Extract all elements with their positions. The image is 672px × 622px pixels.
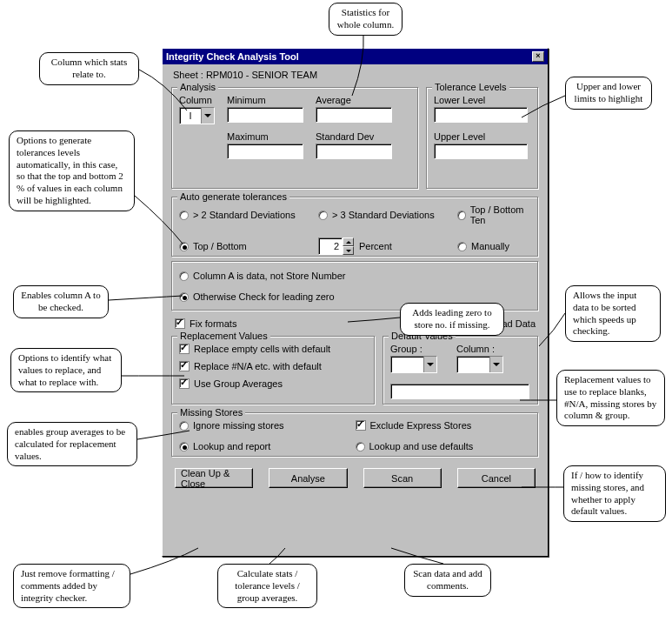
sheet-label: Sheet : RPM010 - SENIOR TEAM bbox=[173, 70, 539, 80]
cleanup-button[interactable]: Clean Up & Close bbox=[175, 468, 253, 488]
group-analysis: Analysis Column I Minimum Maximum bbox=[171, 87, 419, 190]
column-value: I bbox=[180, 108, 201, 124]
radio-colA-data-label: Column A is data, not Store Number bbox=[193, 271, 345, 281]
label-column: Column bbox=[179, 95, 215, 105]
combo-arrow-icon[interactable] bbox=[201, 108, 214, 124]
label-lower: Lower Level bbox=[434, 95, 531, 105]
topbottom-unit: Percent bbox=[359, 241, 392, 251]
maximum-field[interactable] bbox=[227, 144, 303, 159]
group-title-autogen: Auto generate tolerances bbox=[177, 191, 289, 202]
radio-lookup-report[interactable]: Lookup and report bbox=[179, 441, 356, 451]
radio-topten[interactable]: Top / Bottom Ten bbox=[457, 204, 531, 225]
radio-ignore-missing[interactable]: Ignore missing stores bbox=[179, 420, 356, 431]
callout-sort: Allows the input data to be sorted which… bbox=[565, 285, 661, 342]
radio-lookup-defaults[interactable]: Lookup and use defaults bbox=[356, 441, 532, 451]
group-title-tolerance: Tolerance Levels bbox=[432, 82, 509, 92]
default-value-field[interactable] bbox=[390, 384, 529, 399]
group-defaults: Default Values Group : Column : bbox=[383, 336, 539, 405]
check-replace-na[interactable]: Replace #N/A etc. with default bbox=[179, 361, 368, 371]
minimum-field[interactable] bbox=[227, 107, 303, 123]
spin-up-icon[interactable] bbox=[343, 237, 354, 246]
radio-topten-label: Top / Bottom Ten bbox=[470, 204, 531, 225]
callout-scan: Scan data and add comments. bbox=[404, 564, 491, 597]
radio-manual-label: Manually bbox=[471, 241, 509, 251]
check-replace-na-label: Replace #N/A etc. with default bbox=[194, 361, 322, 371]
callout-columnA: Enables column A to be checked. bbox=[13, 285, 109, 318]
scan-button[interactable]: Scan bbox=[363, 468, 442, 488]
average-field[interactable] bbox=[316, 107, 392, 123]
check-group-averages[interactable]: Use Group Averages bbox=[179, 378, 368, 389]
titlebar: Integrity Check Analysis Tool × bbox=[163, 49, 548, 64]
radio-leading-zero-label: Otherwise Check for leading zero bbox=[193, 291, 335, 302]
lower-field[interactable] bbox=[434, 107, 528, 123]
callout-column-stats: Column which stats relate to. bbox=[39, 52, 139, 85]
callout-group-avg: enables group averages to be calculated … bbox=[7, 422, 137, 466]
radio-tb-label: Top / Bottom bbox=[193, 241, 247, 251]
check-fix-formats-label: Fix formats bbox=[190, 318, 236, 329]
radio-2sd[interactable]: > 2 Standard Deviations bbox=[179, 204, 318, 225]
callout-default-vals: Replacement values to use to replace bla… bbox=[556, 370, 665, 426]
spin-down-icon[interactable] bbox=[343, 246, 354, 255]
upper-field[interactable] bbox=[434, 144, 528, 159]
group-title-missing: Missing Stores bbox=[177, 407, 245, 418]
label-maximum: Maximum bbox=[227, 131, 303, 142]
callout-cleanup: Just remove formatting / comments added … bbox=[13, 564, 130, 608]
label-stddev: Standard Dev bbox=[316, 131, 392, 142]
topbottom-value: 2 bbox=[318, 237, 343, 255]
chevron-down-icon[interactable] bbox=[489, 357, 502, 372]
dialog-title: Integrity Check Analysis Tool bbox=[166, 51, 299, 62]
radio-leading-zero[interactable]: Otherwise Check for leading zero bbox=[179, 291, 531, 302]
check-replace-empty[interactable]: Replace empty cells with default bbox=[179, 344, 368, 354]
radio-3sd[interactable]: > 3 Standard Deviations bbox=[318, 204, 457, 225]
label-upper: Upper Level bbox=[434, 131, 531, 142]
label-minimum: Minimum bbox=[227, 95, 303, 105]
callout-whole-column: Statistics for whole column. bbox=[329, 3, 403, 36]
close-icon[interactable]: × bbox=[532, 51, 544, 62]
check-exclude-express[interactable]: Exclude Express Stores bbox=[356, 420, 532, 431]
radio-colA-data[interactable]: Column A is data, not Store Number bbox=[179, 271, 531, 281]
cancel-button[interactable]: Cancel bbox=[457, 468, 536, 488]
label-average: Average bbox=[316, 95, 392, 105]
radio-ignore-missing-label: Ignore missing stores bbox=[193, 420, 284, 431]
label-def-group: Group : bbox=[390, 344, 437, 354]
check-replace-empty-label: Replace empty cells with default bbox=[194, 344, 330, 354]
check-group-averages-label: Use Group Averages bbox=[194, 378, 283, 389]
group-title-analysis: Analysis bbox=[177, 82, 218, 92]
topbottom-spinner[interactable]: 2 bbox=[318, 237, 354, 255]
callout-replace-opts: Options to identify what values to repla… bbox=[10, 348, 122, 392]
radio-manual[interactable]: Manually bbox=[457, 237, 531, 255]
label-def-column: Column : bbox=[456, 344, 503, 354]
group-missing: Missing Stores Ignore missing stores Exc… bbox=[171, 412, 539, 458]
analyse-button[interactable]: Analyse bbox=[269, 468, 347, 488]
check-fix-formats[interactable]: Fix formats bbox=[175, 318, 236, 329]
radio-2sd-label: > 2 Standard Deviations bbox=[193, 210, 296, 220]
column-combo[interactable]: I bbox=[179, 107, 215, 124]
callout-analyse: Calculate stats / tolerance levels / gro… bbox=[217, 564, 317, 608]
callout-limits: Upper and lower limits to highlight bbox=[565, 77, 652, 110]
default-column-combo[interactable] bbox=[456, 356, 503, 373]
group-title-replacement: Replacement Values bbox=[177, 331, 270, 341]
stddev-field[interactable] bbox=[316, 144, 392, 159]
radio-lookup-report-label: Lookup and report bbox=[193, 441, 270, 451]
callout-leading-zero: Adds leading zero to store no. if missin… bbox=[400, 303, 504, 336]
default-group-combo[interactable] bbox=[390, 356, 437, 373]
group-tolerance: Tolerance Levels Lower Level Upper Level bbox=[426, 87, 539, 190]
radio-lookup-defaults-label: Lookup and use defaults bbox=[369, 441, 474, 451]
chevron-down-icon[interactable] bbox=[423, 357, 436, 372]
check-exclude-express-label: Exclude Express Stores bbox=[370, 420, 472, 431]
group-autogen: Auto generate tolerances > 2 Standard De… bbox=[171, 197, 539, 257]
radio-3sd-label: > 3 Standard Deviations bbox=[332, 210, 435, 220]
radio-topbottom[interactable]: Top / Bottom bbox=[179, 237, 318, 255]
callout-autogen: Options to generate tolerances levels au… bbox=[9, 130, 135, 211]
callout-missing: If / how to identify missing stores, and… bbox=[563, 465, 666, 522]
group-replacement: Replacement Values Replace empty cells w… bbox=[171, 336, 376, 405]
